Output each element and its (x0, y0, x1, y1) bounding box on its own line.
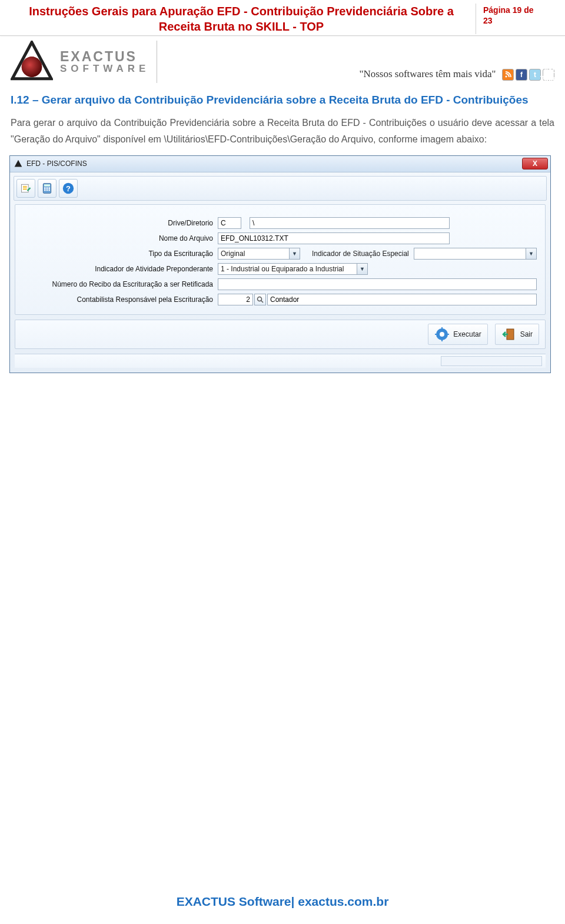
window-toolbar: ? (14, 176, 547, 201)
slogan-text: "Nossos softwares têm mais vida" (360, 68, 496, 79)
brand-name-line1: EXACTUS (60, 50, 149, 64)
toolbar-calculator-button[interactable] (38, 179, 56, 198)
input-contabilista-code[interactable] (218, 294, 253, 305)
page-line-2: 23 (483, 15, 558, 26)
exit-button[interactable]: Sair (495, 324, 539, 345)
label-tipo: Tipo da Escrituração (24, 250, 218, 258)
chevron-down-icon: ▼ (289, 248, 300, 259)
toolbar-help-button[interactable]: ? (59, 179, 78, 198)
facebook-icon[interactable]: f (516, 69, 527, 81)
social-icons: f t YouTube (502, 69, 554, 81)
combo-atividade[interactable]: 1 - Industrial ou Equiparado a Industria… (218, 263, 368, 275)
combo-situacao[interactable]: ▼ (414, 248, 537, 260)
status-bar (15, 354, 546, 368)
exit-label: Sair (520, 330, 533, 338)
svg-rect-10 (49, 187, 51, 189)
svg-rect-23 (447, 334, 449, 335)
efd-window: EFD - PIS/COFINS X ? Drive/Diretorio Nom… (9, 155, 551, 373)
svg-rect-22 (435, 334, 437, 335)
window-title: EFD - PIS/COFINS (26, 159, 522, 168)
rss-icon[interactable] (502, 69, 514, 81)
action-bar: Executar Sair (15, 320, 546, 349)
svg-rect-8 (44, 187, 46, 189)
window-titlebar: EFD - PIS/COFINS X (10, 156, 550, 172)
input-drive[interactable] (218, 217, 241, 229)
label-situacao: Indicador de Situação Especial (312, 250, 414, 258)
section-heading: I.12 – Gerar arquivo da Contribuição Pre… (0, 85, 565, 111)
close-icon: X (533, 159, 537, 168)
brand-logo-block: EXACTUS SOFTWARE (11, 41, 157, 83)
svg-text:?: ? (66, 184, 71, 192)
svg-rect-7 (44, 184, 50, 186)
svg-rect-21 (441, 339, 443, 341)
slogan-block: "Nossos softwares têm mais vida" f t You… (157, 68, 554, 83)
input-path[interactable] (250, 217, 450, 229)
help-icon: ? (62, 182, 75, 195)
label-atividade: Indicador de Atividade Preponderante (24, 265, 218, 273)
svg-rect-11 (44, 189, 46, 191)
svg-point-2 (22, 56, 42, 77)
toolbar-edit-button[interactable] (16, 179, 35, 198)
svg-rect-13 (49, 189, 51, 191)
label-recibo: Número do Recibo da Escrituração a ser R… (24, 280, 218, 288)
svg-rect-9 (46, 187, 48, 189)
brand-name-line2: SOFTWARE (60, 64, 149, 74)
svg-rect-20 (441, 327, 443, 330)
label-drive: Drive/Diretorio (24, 219, 218, 227)
document-header: Instruções Gerais para Apuração EFD - Co… (0, 0, 565, 36)
svg-line-17 (261, 300, 264, 303)
combo-atividade-value: 1 - Industrial ou Equiparado a Industria… (221, 265, 344, 273)
section-body: Para gerar o arquivo da Contribuição Pre… (0, 111, 565, 155)
app-icon (14, 159, 23, 168)
svg-point-16 (258, 297, 262, 301)
svg-marker-4 (15, 160, 22, 167)
chevron-down-icon: ▼ (357, 264, 367, 274)
youtube-icon[interactable]: YouTube (543, 69, 554, 81)
label-filename: Nome do Arquivo (24, 234, 218, 242)
execute-button[interactable]: Executar (428, 324, 487, 345)
page-indicator: Página 19 de 23 (476, 4, 558, 34)
calculator-icon (41, 182, 53, 194)
svg-point-3 (506, 76, 507, 78)
search-icon (257, 296, 264, 303)
twitter-icon[interactable]: t (529, 69, 541, 81)
window-close-button[interactable]: X (522, 158, 548, 169)
svg-point-19 (440, 332, 444, 337)
input-recibo[interactable] (218, 278, 537, 290)
exactus-logo-icon (11, 41, 53, 83)
execute-label: Executar (453, 330, 481, 338)
input-filename[interactable] (218, 232, 450, 244)
door-exit-icon (501, 327, 517, 342)
combo-tipo-value: Original (221, 250, 245, 258)
lookup-contabilista-button[interactable] (254, 294, 266, 305)
pencil-icon (20, 182, 32, 194)
brand-name: EXACTUS SOFTWARE (60, 50, 149, 74)
label-contabilista: Contabilista Responsável pela Escrituraç… (24, 295, 218, 304)
gear-icon (434, 327, 450, 342)
chevron-down-icon: ▼ (526, 248, 536, 259)
input-contabilista-name[interactable] (267, 294, 537, 305)
svg-rect-12 (46, 189, 48, 191)
form-panel: Drive/Diretorio Nome do Arquivo Tipo da … (15, 204, 546, 315)
svg-rect-5 (22, 184, 29, 192)
page-line-1: Página 19 de (483, 5, 558, 15)
combo-tipo[interactable]: Original ▼ (218, 248, 300, 260)
document-title: Instruções Gerais para Apuração EFD - Co… (7, 4, 476, 34)
brand-row: EXACTUS SOFTWARE "Nossos softwares têm m… (0, 36, 565, 85)
